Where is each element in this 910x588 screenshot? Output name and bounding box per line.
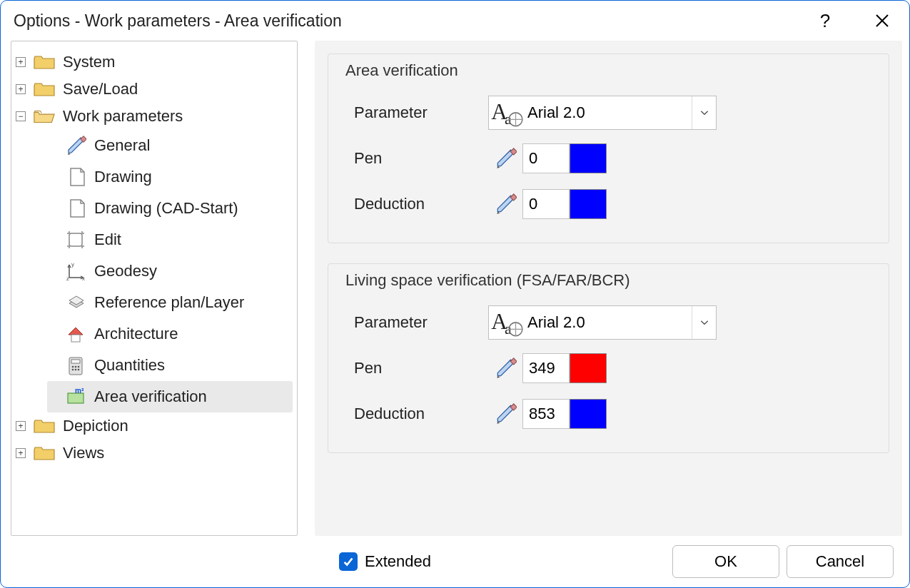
tree-label: Quantities bbox=[94, 356, 165, 375]
pen-picker-button[interactable] bbox=[488, 353, 522, 383]
pen-number-input[interactable] bbox=[522, 143, 570, 173]
expand-toggle[interactable]: + bbox=[16, 57, 26, 67]
dropdown-button[interactable] bbox=[692, 96, 716, 129]
parameter-label: Parameter bbox=[345, 103, 488, 122]
parameter-font-value: Arial 2.0 bbox=[525, 103, 692, 122]
tree-node-drawing[interactable]: Drawing bbox=[47, 161, 293, 193]
tree-node-save-load[interactable]: + Save/Load bbox=[16, 76, 293, 103]
tree-label: Architecture bbox=[94, 325, 178, 343]
file-icon bbox=[64, 197, 87, 220]
options-dialog: Options - Work parameters - Area verific… bbox=[0, 0, 910, 588]
pen-color-swatch[interactable] bbox=[570, 143, 607, 173]
pen-number-input[interactable] bbox=[522, 353, 570, 383]
tree-label: Work parameters bbox=[63, 107, 183, 126]
parameter-font-combo[interactable]: Arial 2.0 bbox=[488, 305, 717, 340]
tree-label: Area verification bbox=[94, 387, 207, 406]
tree-node-area-verification[interactable]: Area verification bbox=[47, 381, 293, 412]
deduction-label: Deduction bbox=[345, 405, 488, 423]
deduction-row: Deduction bbox=[345, 391, 874, 437]
expand-toggle[interactable]: + bbox=[16, 84, 26, 94]
tree-label: System bbox=[63, 53, 115, 71]
folder-icon bbox=[33, 53, 56, 71]
tree-node-work-parameters[interactable]: − Work parameters bbox=[16, 103, 293, 130]
chevron-down-icon bbox=[699, 108, 710, 118]
close-icon bbox=[875, 14, 889, 28]
tree-label: Geodesy bbox=[94, 262, 157, 280]
pencil-icon bbox=[494, 357, 517, 380]
dialog-title: Options - Work parameters - Area verific… bbox=[14, 11, 811, 31]
tree-node-system[interactable]: + System bbox=[16, 49, 293, 76]
cancel-button[interactable]: Cancel bbox=[787, 545, 894, 578]
tree-node-quantities[interactable]: Quantities bbox=[47, 350, 293, 381]
deduction-number-input[interactable] bbox=[522, 399, 570, 429]
check-icon bbox=[342, 555, 355, 568]
area-verification-group: Area verification Parameter Arial 2.0 Pe… bbox=[328, 54, 889, 243]
tree-label: Edit bbox=[94, 230, 121, 249]
deduction-color-swatch[interactable] bbox=[570, 189, 607, 219]
close-button[interactable] bbox=[868, 6, 896, 35]
tree-label: Drawing bbox=[94, 168, 152, 186]
tree-node-drawing-cad-start[interactable]: Drawing (CAD-Start) bbox=[47, 193, 293, 224]
pencil-icon bbox=[64, 134, 87, 157]
calculator-icon bbox=[64, 354, 87, 377]
deduction-picker-button[interactable] bbox=[488, 399, 522, 429]
pen-row: Pen bbox=[345, 136, 874, 181]
folder-icon bbox=[33, 444, 56, 462]
tree-label: Save/Load bbox=[63, 80, 138, 98]
font-icon bbox=[489, 96, 525, 129]
folder-icon bbox=[33, 80, 56, 98]
tree-node-reference-plan-layer[interactable]: Reference plan/Layer bbox=[47, 287, 293, 318]
deduction-label: Deduction bbox=[345, 195, 488, 213]
tree-node-geodesy[interactable]: Geodesy bbox=[47, 255, 293, 287]
folder-icon bbox=[33, 417, 56, 435]
extended-checkbox[interactable]: Extended bbox=[339, 552, 431, 571]
tree-label: Depiction bbox=[63, 417, 128, 435]
axes-icon bbox=[64, 260, 87, 283]
pencil-icon bbox=[494, 402, 517, 425]
parameter-label: Parameter bbox=[345, 313, 488, 332]
pen-color-swatch[interactable] bbox=[570, 353, 607, 383]
tree-label: Views bbox=[63, 444, 104, 462]
tree-node-edit[interactable]: Edit bbox=[47, 224, 293, 255]
expand-toggle[interactable]: + bbox=[16, 448, 26, 458]
pen-picker-button[interactable] bbox=[488, 143, 522, 173]
chevron-down-icon bbox=[699, 318, 710, 328]
parameter-row: Parameter Arial 2.0 bbox=[345, 300, 874, 345]
pen-label: Pen bbox=[345, 359, 488, 377]
settings-panel: Area verification Parameter Arial 2.0 Pe… bbox=[315, 41, 902, 536]
deduction-picker-button[interactable] bbox=[488, 189, 522, 219]
deduction-number-input[interactable] bbox=[522, 189, 570, 219]
parameter-row: Parameter Arial 2.0 bbox=[345, 90, 874, 136]
tree-node-depiction[interactable]: + Depiction bbox=[16, 412, 293, 440]
titlebar: Options - Work parameters - Area verific… bbox=[1, 1, 909, 41]
area-m2-icon bbox=[64, 385, 87, 408]
font-icon bbox=[489, 306, 525, 339]
options-tree[interactable]: + System + Save/Load − bbox=[11, 41, 298, 536]
tree-node-architecture[interactable]: Architecture bbox=[47, 318, 293, 350]
expand-toggle[interactable]: + bbox=[16, 421, 26, 431]
house-icon bbox=[64, 323, 87, 345]
pencil-icon bbox=[494, 193, 517, 216]
layers-icon bbox=[64, 291, 87, 314]
tree-label: Drawing (CAD-Start) bbox=[94, 199, 238, 218]
ok-button[interactable]: OK bbox=[672, 545, 779, 578]
parameter-font-value: Arial 2.0 bbox=[525, 313, 692, 332]
tree-node-views[interactable]: + Views bbox=[16, 440, 293, 467]
living-space-group: Living space verification (FSA/FAR/BCR) … bbox=[328, 263, 889, 453]
tree-label: General bbox=[94, 136, 150, 155]
help-button[interactable]: ? bbox=[811, 6, 839, 35]
pen-row: Pen bbox=[345, 345, 874, 391]
deduction-row: Deduction bbox=[345, 181, 874, 227]
pencil-icon bbox=[494, 147, 517, 170]
checkbox-box bbox=[339, 552, 358, 571]
group-legend: Living space verification (FSA/FAR/BCR) bbox=[345, 271, 874, 290]
deduction-color-swatch[interactable] bbox=[570, 399, 607, 429]
tree-node-general[interactable]: General bbox=[47, 130, 293, 161]
dropdown-button[interactable] bbox=[692, 306, 716, 339]
extended-label: Extended bbox=[365, 552, 431, 571]
parameter-font-combo[interactable]: Arial 2.0 bbox=[488, 96, 717, 130]
group-legend: Area verification bbox=[345, 61, 874, 80]
file-icon bbox=[64, 166, 87, 188]
dialog-footer: Extended OK Cancel bbox=[1, 536, 909, 587]
collapse-toggle[interactable]: − bbox=[16, 111, 26, 121]
